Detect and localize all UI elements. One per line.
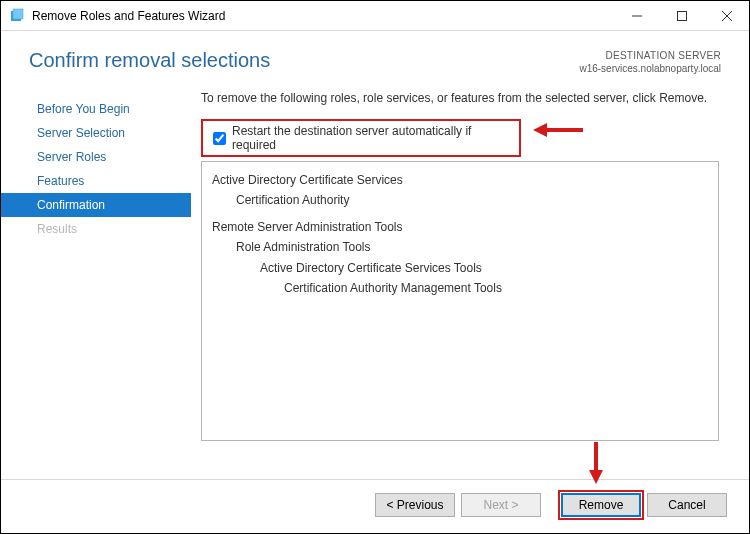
cancel-button[interactable]: Cancel [647,493,727,517]
role-item: Certification Authority Management Tools [212,278,708,298]
sidebar-item-features[interactable]: Features [1,169,191,193]
next-button: Next > [461,493,541,517]
annotation-arrow-left-icon [533,119,583,141]
window-title: Remove Roles and Features Wizard [32,9,614,23]
previous-button[interactable]: < Previous [375,493,455,517]
sidebar-item-confirmation[interactable]: Confirmation [1,193,191,217]
svg-marker-9 [589,470,603,484]
role-item: Active Directory Certificate Services [212,170,708,190]
sidebar-item-results: Results [1,217,191,241]
svg-rect-1 [13,9,23,19]
content-pane: To remove the following roles, role serv… [191,87,749,479]
role-item: Certification Authority [212,190,708,210]
restart-checkbox-label: Restart the destination server automatic… [232,124,513,152]
minimize-button[interactable] [614,1,659,30]
instruction-text: To remove the following roles, role serv… [201,91,719,105]
sidebar-item-before-you-begin[interactable]: Before You Begin [1,97,191,121]
role-item: Active Directory Certificate Services To… [212,258,708,278]
restart-checkbox-row[interactable]: Restart the destination server automatic… [201,119,521,157]
destination-server-name: w16-services.nolabnoparty.local [579,62,721,75]
roles-list: Active Directory Certificate Services Ce… [201,161,719,441]
destination-label: DESTINATION SERVER [579,49,721,62]
wizard-steps-sidebar: Before You Begin Server Selection Server… [1,87,191,479]
titlebar: Remove Roles and Features Wizard [1,1,749,31]
maximize-button[interactable] [659,1,704,30]
svg-rect-3 [677,11,686,20]
app-icon [9,8,25,24]
sidebar-item-server-selection[interactable]: Server Selection [1,121,191,145]
sidebar-item-server-roles[interactable]: Server Roles [1,145,191,169]
role-item: Remote Server Administration Tools [212,217,708,237]
wizard-header: Confirm removal selections DESTINATION S… [1,31,749,87]
page-title: Confirm removal selections [29,49,579,72]
role-item: Role Administration Tools [212,237,708,257]
destination-server-info: DESTINATION SERVER w16-services.nolabnop… [579,49,721,75]
restart-checkbox[interactable] [213,132,226,145]
wizard-footer: < Previous Next > Remove Cancel [1,479,749,529]
svg-marker-7 [533,123,547,137]
close-button[interactable] [704,1,749,30]
remove-button[interactable]: Remove [561,493,641,517]
annotation-arrow-down-icon [585,442,607,484]
